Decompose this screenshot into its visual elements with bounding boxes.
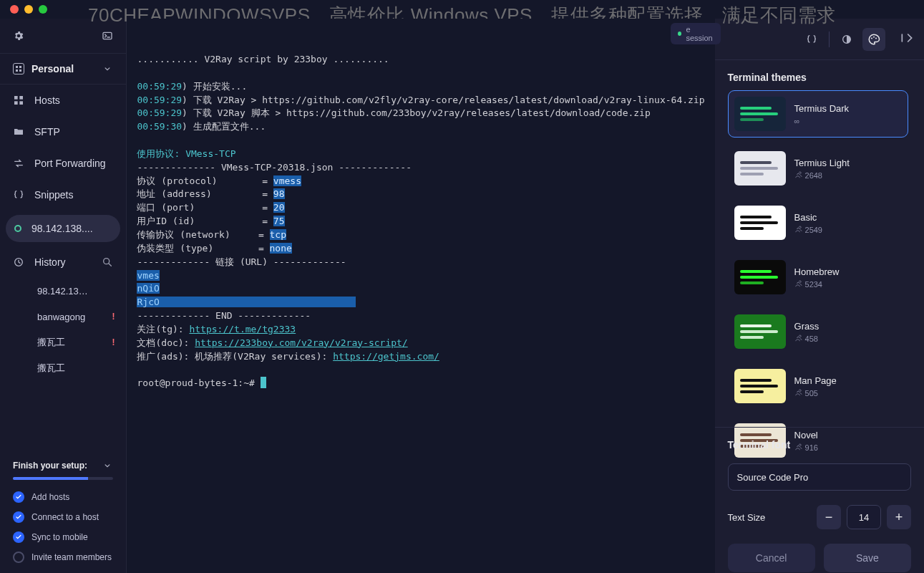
svg-rect-4 (16, 69, 18, 72)
link[interactable]: https://t.me/tg2333 (189, 324, 296, 334)
zoom-window-icon[interactable] (39, 5, 47, 14)
nav-label: Snippets (34, 189, 113, 201)
gear-icon[interactable] (13, 30, 24, 42)
terminal-tab[interactable]: e session (671, 23, 720, 44)
svg-rect-6 (14, 96, 18, 100)
setup-item[interactable]: Invite team members (13, 547, 113, 567)
nav-active-session[interactable]: 98.142.138.... (6, 215, 120, 242)
setup-item-label: Sync to mobile (31, 532, 88, 542)
font-select[interactable] (728, 463, 911, 491)
text-size-stepper: − 14 + (817, 505, 911, 529)
cancel-button[interactable]: Cancel (728, 544, 815, 572)
theme-name: Grass (794, 321, 820, 332)
save-button[interactable]: Save (824, 544, 911, 572)
theme-thumbnail (734, 369, 786, 403)
nav-sftp[interactable]: SFTP (0, 116, 126, 148)
theme-thumbnail (734, 206, 786, 240)
warning-icon: ! (112, 312, 115, 322)
svg-rect-9 (19, 101, 23, 105)
new-terminal-icon[interactable] (102, 30, 113, 42)
nav-label: Hosts (34, 95, 113, 106)
theme-option[interactable]: Man Page 505 (728, 362, 908, 410)
check-icon (13, 491, 24, 503)
history-item[interactable]: 搬瓦工 (0, 355, 126, 381)
session-ip: 98.142.138.... (31, 223, 112, 234)
theme-usage: ∞ (794, 117, 850, 125)
workspace-name: Personal (31, 63, 94, 74)
svg-point-15 (875, 37, 877, 39)
setup-item[interactable]: Sync to mobile (13, 527, 113, 547)
warning-icon: ! (112, 337, 115, 347)
close-window-icon[interactable] (10, 5, 19, 14)
theme-thumbnail (734, 151, 786, 186)
nav-list: Hosts SFTP Port Forwarding Snippets 98.1… (0, 85, 126, 381)
theme-option[interactable]: Homebrew 5234 (728, 254, 908, 301)
svg-rect-2 (16, 66, 18, 68)
snippets-panel-button[interactable] (800, 28, 823, 51)
history-item[interactable]: banwagong! (0, 304, 126, 329)
theme-thumbnail (734, 260, 786, 294)
nav-label: History (34, 256, 92, 268)
status-dot-icon (678, 32, 681, 36)
circle-icon (13, 552, 24, 563)
workspace-selector[interactable]: Personal (0, 53, 126, 85)
nav-port-forwarding[interactable]: Port Forwarding (0, 148, 126, 179)
arrows-icon (13, 158, 24, 169)
setup-item-label: Invite team members (31, 552, 112, 562)
size-value[interactable]: 14 (847, 505, 881, 529)
theme-usage: 2549 (794, 226, 822, 234)
session-label: banwagong (37, 312, 85, 322)
window-titlebar (0, 0, 924, 19)
nav-history[interactable]: History (0, 246, 126, 278)
workspace-icon (13, 63, 24, 74)
setup-item-label: Connect to a host (31, 512, 99, 522)
svg-point-13 (871, 37, 872, 39)
search-icon[interactable] (102, 256, 113, 268)
minimize-window-icon[interactable] (24, 5, 33, 14)
theme-option[interactable]: Grass 458 (728, 308, 908, 355)
theme-name: Termius Light (794, 158, 850, 168)
palette-button[interactable] (862, 28, 885, 51)
svg-rect-8 (14, 101, 18, 105)
link[interactable]: https://233boy.com/v2ray/v2ray-script/ (195, 337, 407, 348)
svg-rect-7 (19, 96, 23, 100)
history-item[interactable]: 98.142.13… (0, 278, 126, 304)
theme-thumbnail (734, 97, 786, 131)
theme-usage: 2648 (794, 171, 850, 180)
setup-item-label: Add hosts (31, 492, 69, 502)
nav-hosts[interactable]: Hosts (0, 85, 126, 116)
history-item[interactable]: 搬瓦工! (0, 329, 126, 355)
contrast-button[interactable] (835, 28, 858, 51)
decrease-button[interactable]: − (817, 505, 841, 529)
chevron-down-icon (102, 63, 113, 74)
setup-title: Finish your setup: (13, 461, 87, 471)
font-title: Terminal font (728, 439, 911, 451)
theme-thumbnail (734, 314, 786, 349)
svg-rect-5 (19, 69, 21, 72)
theme-name: Man Page (794, 375, 837, 386)
folder-icon (13, 126, 24, 138)
session-label: 搬瓦工 (37, 362, 65, 375)
svg-point-11 (104, 259, 110, 264)
divider (829, 32, 830, 47)
link[interactable]: https://getjms.com/ (333, 351, 439, 362)
setup-item[interactable]: Add hosts (13, 487, 113, 507)
cursor-icon (261, 377, 266, 388)
increase-button[interactable]: + (887, 505, 911, 529)
chevron-down-icon[interactable] (102, 460, 113, 471)
setup-item[interactable]: Connect to a host (13, 507, 113, 527)
clock-icon (13, 256, 24, 268)
setup-section: Finish your setup: Add hostsConnect to a… (0, 450, 126, 573)
terminal-output: ........... V2Ray script by 233boy .....… (127, 19, 714, 390)
theme-usage: 5234 (794, 280, 840, 289)
terminal-pane[interactable]: e session ........... V2Ray script by 23… (127, 19, 714, 573)
theme-option[interactable]: Basic 2549 (728, 199, 908, 246)
theme-option[interactable]: Termius Dark ∞ (728, 90, 908, 138)
theme-name: Homebrew (794, 266, 840, 277)
theme-panel: Terminal themes Termius Dark ∞ Termius L… (715, 19, 924, 573)
collapse-panel-icon[interactable] (900, 31, 914, 48)
nav-label: SFTP (34, 126, 113, 138)
theme-option[interactable]: Termius Light 2648 (728, 145, 908, 192)
tab-label: e session (686, 25, 713, 42)
nav-snippets[interactable]: Snippets (0, 179, 126, 211)
